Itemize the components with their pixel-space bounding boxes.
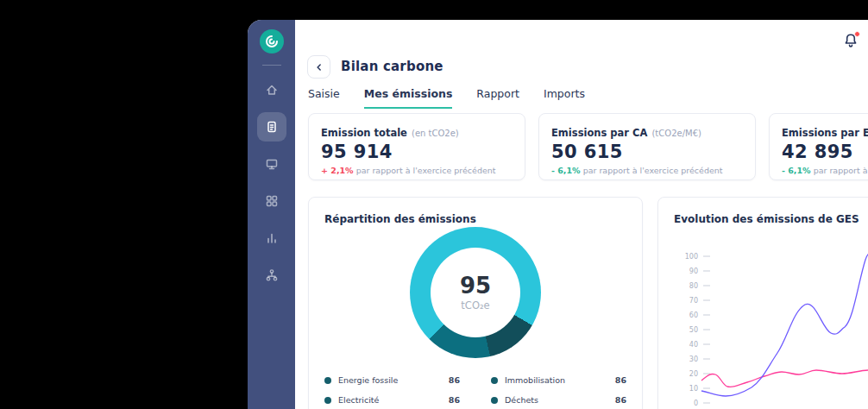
donut-chart: 95 tCO₂e	[410, 227, 541, 358]
kpi-title: Emissions par CA	[551, 127, 647, 139]
sidebar-nav	[257, 75, 286, 290]
kpi-card-emission-totale: Emission totale (en tCO2e) 95 914 + 2,1%…	[308, 113, 525, 180]
sidebar-item-home[interactable]	[257, 75, 286, 104]
tab-imports[interactable]: Imports	[544, 87, 585, 109]
legend-value: 86	[449, 395, 460, 405]
svg-text:70: 70	[689, 297, 698, 305]
sidebar-item-apps[interactable]	[257, 186, 286, 216]
kpi-value: 42 895	[782, 142, 868, 162]
kpi-card-emissions-par-etp: Emissions par ETP (tCO2e/ETP) 42 895 - 6…	[769, 113, 868, 180]
sidebar-item-documents[interactable]	[257, 112, 286, 142]
apps-grid-icon	[265, 194, 279, 208]
legend-dot-icon	[491, 397, 498, 404]
legend-value: 86	[449, 375, 460, 385]
kpi-delta-suffix: par rapport à l'exercice précédent	[583, 166, 723, 175]
app-logo[interactable]	[260, 29, 284, 53]
kpi-delta-line: - 6,1% par rapport à l'exercice précéden…	[782, 166, 868, 175]
kpi-delta-suffix: par rapport à l'exercice précédent	[814, 166, 868, 175]
donut-panel-title: Répartition des émissions	[324, 213, 476, 225]
kpi-delta-line: - 6,1% par rapport à l'exercice précéden…	[551, 166, 743, 175]
charts-row: Répartition des émissions 95 tCO₂e Energ…	[308, 197, 868, 409]
notification-dot	[854, 31, 860, 37]
kpi-delta: - 6,1%	[782, 166, 811, 175]
legend-label: Electricité	[338, 395, 449, 405]
line-panel-title: Evolution des émissions de GES	[674, 213, 859, 225]
sidebar-item-analytics[interactable]	[257, 223, 286, 253]
tab-rapport[interactable]: Rapport	[476, 87, 519, 109]
kpi-value: 95 914	[321, 142, 513, 162]
kpi-unit: (tCO2e/M€)	[651, 129, 701, 138]
kpi-delta-suffix: par rapport à l'exercice précédent	[356, 166, 496, 175]
kpi-card-emissions-par-ca: Emissions par CA (tCO2e/M€) 50 615 - 6,1…	[538, 113, 756, 180]
svg-text:80: 80	[689, 282, 698, 290]
monitor-icon	[265, 157, 279, 171]
kpi-title: Emission totale	[321, 127, 407, 139]
svg-text:40: 40	[689, 341, 698, 349]
tab-bar: Saisie Mes émissions Rapport Imports	[308, 87, 585, 109]
kpi-title-line: Emissions par ETP (tCO2e/ETP)	[782, 123, 868, 140]
sidebar-divider	[262, 65, 281, 66]
y-axis: 100 90 80 70 60 50 40 30 20 10 0	[685, 253, 710, 407]
kpi-title-line: Emissions par CA (tCO2e/M€)	[551, 123, 743, 140]
line-chart: 100 90 80 70 60 50 40 30 20 10 0	[667, 242, 868, 409]
kpi-delta: + 2,1%	[321, 166, 354, 175]
page-title: Bilan carbone	[341, 59, 443, 74]
svg-text:100: 100	[685, 253, 698, 261]
kpi-value: 50 615	[551, 142, 743, 162]
legend-item-electricite: Electricité 86	[324, 395, 460, 405]
svg-text:10: 10	[689, 385, 698, 393]
back-button[interactable]	[307, 55, 330, 79]
legend-item-dechets: Déchets 86	[491, 395, 626, 405]
legend-label: Energie fossile	[338, 375, 449, 385]
svg-text:60: 60	[689, 311, 698, 319]
hierarchy-icon	[265, 268, 279, 282]
kpi-row: Emission totale (en tCO2e) 95 914 + 2,1%…	[308, 113, 868, 180]
kpi-title: Emissions par ETP	[782, 127, 868, 139]
sidebar-item-organization[interactable]	[257, 261, 286, 290]
legend-dot-icon	[324, 397, 331, 404]
bar-chart-icon	[265, 231, 279, 245]
notification-bell[interactable]	[840, 31, 861, 52]
legend-label: Déchets	[505, 395, 615, 405]
kpi-unit: (en tCO2e)	[412, 129, 459, 138]
donut-center: 95 tCO₂e	[431, 248, 520, 337]
svg-text:30: 30	[689, 356, 698, 363]
kpi-delta-line: + 2,1% par rapport à l'exercice précéden…	[321, 166, 513, 175]
logo-swirl-icon	[260, 29, 284, 53]
donut-legend: Energie fossile 86 Immobilisation 86 Ele…	[324, 375, 626, 405]
line-series-pink	[701, 370, 868, 387]
svg-text:90: 90	[689, 267, 698, 275]
svg-text:20: 20	[689, 370, 698, 378]
legend-dot-icon	[324, 377, 331, 384]
sidebar-item-dashboard[interactable]	[257, 149, 286, 179]
donut-panel: Répartition des émissions 95 tCO₂e Energ…	[308, 197, 643, 409]
legend-label: Immobilisation	[505, 375, 615, 385]
app-window: Bilan carbone Saisie Mes émissions Rappo…	[248, 20, 868, 409]
tab-saisie[interactable]: Saisie	[308, 87, 340, 109]
document-icon	[265, 120, 279, 134]
chevron-left-icon	[314, 62, 324, 72]
legend-dot-icon	[491, 377, 498, 384]
donut-center-unit: tCO₂e	[461, 299, 489, 311]
svg-text:0: 0	[694, 400, 698, 407]
main-area: Bilan carbone Saisie Mes émissions Rappo…	[295, 20, 868, 409]
tab-mes-emissions[interactable]: Mes émissions	[364, 87, 453, 109]
legend-value: 86	[615, 375, 626, 385]
sidebar	[248, 20, 295, 409]
svg-text:50: 50	[689, 326, 698, 334]
legend-value: 86	[615, 395, 626, 405]
kpi-title-line: Emission totale (en tCO2e)	[321, 123, 513, 140]
donut-center-value: 95	[460, 274, 491, 297]
legend-item-energie-fossile: Energie fossile 86	[324, 375, 460, 385]
line-chart-panel: Evolution des émissions de GES 100 90 80…	[657, 197, 868, 409]
kpi-delta: - 6,1%	[551, 166, 581, 175]
home-icon	[265, 83, 279, 97]
legend-item-immobilisation: Immobilisation 86	[491, 375, 626, 385]
